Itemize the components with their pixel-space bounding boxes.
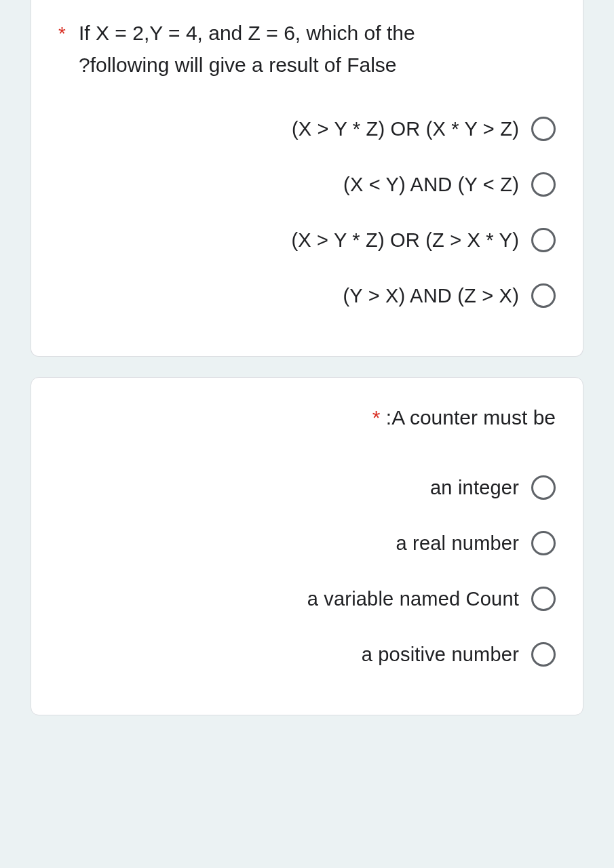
q1-option-3-label: (X > Y * Z) OR (Z > X * Y) xyxy=(291,229,519,252)
question-card-1: * If X = 2,Y = 4, and Z = 6, which of th… xyxy=(31,0,583,357)
radio-icon xyxy=(531,475,556,500)
radio-icon xyxy=(531,587,556,611)
radio-icon xyxy=(531,531,556,555)
question-2-text: * :A counter must be xyxy=(58,402,556,433)
q1-option-4[interactable]: (Y > X) AND (Z > X) xyxy=(58,268,556,323)
q1-option-2-label: (X < Y) AND (Y < Z) xyxy=(343,174,519,196)
question-2-body: :A counter must be xyxy=(386,406,556,429)
q2-option-1[interactable]: an integer xyxy=(58,460,556,515)
q1-option-2[interactable]: (X < Y) AND (Y < Z) xyxy=(58,157,556,212)
q2-option-4-label: a positive number xyxy=(362,644,519,666)
radio-icon xyxy=(531,642,556,667)
radio-icon xyxy=(531,172,556,197)
q1-option-3[interactable]: (X > Y * Z) OR (Z > X * Y) xyxy=(58,212,556,268)
radio-icon xyxy=(531,117,556,141)
question-1-line2: ?following will give a result of False xyxy=(58,50,556,81)
required-asterisk: * xyxy=(372,406,381,429)
q1-option-1[interactable]: (X > Y * Z) OR (X * Y > Z) xyxy=(58,101,556,157)
question-card-2: * :A counter must be an integer a real n… xyxy=(31,377,583,715)
question-1-text: * If X = 2,Y = 4, and Z = 6, which of th… xyxy=(58,18,556,81)
q2-option-3[interactable]: a variable named Count xyxy=(58,571,556,627)
q2-option-4[interactable]: a positive number xyxy=(58,627,556,682)
q2-option-2-label: a real number xyxy=(396,532,519,555)
q1-option-4-label: (Y > X) AND (Z > X) xyxy=(343,285,520,307)
q2-option-3-label: a variable named Count xyxy=(307,588,519,610)
q2-option-1-label: an integer xyxy=(430,477,519,499)
q1-option-1-label: (X > Y * Z) OR (X * Y > Z) xyxy=(292,118,519,140)
radio-icon xyxy=(531,283,556,308)
question-1-line1: If X = 2,Y = 4, and Z = 6, which of the xyxy=(79,22,415,44)
radio-icon xyxy=(531,228,556,252)
q2-option-2[interactable]: a real number xyxy=(58,515,556,571)
required-asterisk: * xyxy=(58,19,66,48)
